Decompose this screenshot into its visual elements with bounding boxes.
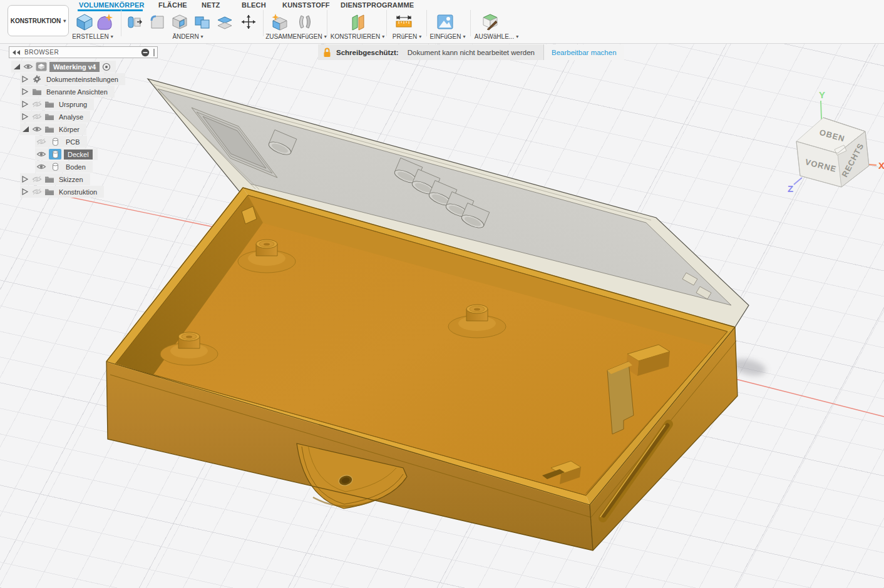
make-editable-link[interactable]: Bearbeitbar machen: [552, 49, 617, 56]
group-separator: [121, 10, 121, 36]
tree-item-label[interactable]: Skizzen: [57, 175, 85, 184]
tree-row-deckel[interactable]: Deckel: [9, 148, 98, 160]
browser-header[interactable]: BROWSER: [9, 46, 158, 58]
caret-icon: ▾: [419, 34, 421, 39]
tab-blech[interactable]: BLECH: [242, 1, 266, 9]
collapse-panel-icon[interactable]: [12, 49, 21, 56]
construction-label: KONSTRUKTION: [11, 18, 61, 24]
measure-icon[interactable]: [394, 13, 413, 31]
select-icon[interactable]: [481, 13, 500, 31]
tree-row-dokumenteinstellungen[interactable]: Dokumenteinstellungen: [9, 73, 125, 85]
x-axis: [869, 165, 876, 165]
visibility-off-eye-icon[interactable]: [32, 113, 42, 120]
group-auswaehlen[interactable]: AUSWäHLE...▾: [472, 33, 521, 40]
tab-flaeche[interactable]: FLÄCHE: [158, 1, 187, 9]
collapsed-triangle-icon[interactable]: [21, 176, 29, 183]
group-konstruieren[interactable]: KONSTRUIEREN▾: [331, 33, 384, 40]
insert-image-icon[interactable]: [436, 13, 455, 31]
tree-row-boden[interactable]: Boden: [9, 161, 93, 173]
browser-title: BROWSER: [24, 49, 137, 56]
activate-component-icon[interactable]: [102, 63, 111, 71]
tree-row-analyse[interactable]: Analyse: [9, 111, 90, 123]
tree-row-ursprung[interactable]: Ursprung: [9, 98, 94, 110]
tree-item-label[interactable]: Konstruktion: [57, 188, 99, 196]
group-separator: [327, 10, 327, 36]
folder-icon: [44, 125, 54, 133]
group-separator: [470, 10, 471, 36]
visibility-off-eye-icon[interactable]: [32, 188, 42, 195]
visibility-off-eye-icon[interactable]: [32, 176, 42, 183]
caret-icon: ▾: [382, 34, 384, 39]
collapsed-triangle-icon[interactable]: [21, 76, 29, 83]
caret-icon: ▾: [516, 34, 518, 39]
axis-label-x: X: [878, 160, 884, 171]
tree-row-koerper[interactable]: Körper: [9, 123, 86, 135]
construction-dropdown-button[interactable]: KONSTRUKTION ▾: [8, 5, 69, 36]
fusion-window: OBEN VORNE RECHTS Y X Z KONSTRUKTION ▾ V…: [0, 0, 884, 588]
visibility-off-eye-icon[interactable]: [32, 101, 42, 108]
ribbon-toolbar: KONSTRUKTION ▾ VOLUMENKÖRPER FLÄCHE NETZ…: [0, 0, 884, 44]
tree-item-label-selected[interactable]: Deckel: [64, 150, 93, 160]
combine-icon[interactable]: [193, 13, 212, 31]
tree-row-benannte-ansichten[interactable]: Benannte Ansichten: [9, 86, 115, 98]
axis-label-z: Z: [788, 183, 793, 194]
group-pruefen[interactable]: PRüFEN▾: [389, 33, 424, 40]
caret-icon: ▾: [111, 34, 113, 39]
group-zusammenfuegen[interactable]: ZUSAMMENFüGEN▾: [265, 33, 327, 40]
caret-icon: ▾: [463, 34, 466, 39]
readonly-title: Schreibgeschützt:: [336, 49, 399, 56]
expand-triangle-icon[interactable]: [13, 63, 21, 70]
tree-row-skizzen[interactable]: Skizzen: [9, 173, 90, 185]
body-icon: [51, 163, 59, 171]
tab-netz[interactable]: NETZ: [202, 1, 220, 9]
visibility-eye-icon[interactable]: [23, 63, 33, 70]
readonly-message-section: Schreibgeschützt: Dokument kann nicht be…: [318, 44, 543, 60]
tree-item-label[interactable]: Ursprung: [57, 100, 89, 109]
tree-item-label[interactable]: Boden: [64, 163, 88, 171]
collapsed-triangle-icon[interactable]: [21, 188, 29, 195]
tab-volumenkoerper[interactable]: VOLUMENKÖRPER: [79, 1, 145, 9]
tree-item-label[interactable]: Analyse: [57, 113, 85, 121]
shell-icon[interactable]: [170, 13, 189, 31]
collapsed-triangle-icon[interactable]: [21, 88, 29, 95]
tree-item-label[interactable]: Körper: [57, 125, 81, 134]
tab-kunststoff[interactable]: KUNSTSTOFF: [282, 1, 330, 9]
group-separator: [386, 10, 387, 36]
joint-icon[interactable]: [296, 13, 314, 31]
tree-row-konstruktion[interactable]: Konstruktion: [9, 186, 104, 198]
tab-dienstprogramme[interactable]: DIENSTPROGRAMME: [341, 1, 414, 9]
caret-icon: ▾: [324, 34, 327, 39]
group-aendern[interactable]: ÄNDERN▾: [162, 33, 214, 40]
visibility-eye-icon[interactable]: [36, 163, 46, 170]
browser-panel: BROWSER Waterking v4 Dokumenteinstellung…: [9, 46, 165, 198]
tree-row-root[interactable]: Waterking v4: [9, 61, 116, 73]
body-icon: [51, 138, 59, 146]
visibility-off-eye-icon[interactable]: [36, 138, 46, 145]
group-einfuegen[interactable]: EINFüGEN▾: [429, 33, 466, 40]
caret-icon: ▾: [201, 34, 203, 39]
body-icon: [51, 150, 59, 159]
construct-plane-icon[interactable]: [348, 13, 367, 31]
visibility-eye-icon[interactable]: [32, 126, 42, 133]
collapsed-triangle-icon[interactable]: [21, 113, 29, 120]
tree-item-label[interactable]: Dokumenteinstellungen: [44, 75, 120, 84]
viewcube[interactable]: OBEN VORNE RECHTS Y X Z: [776, 92, 884, 201]
visibility-eye-icon[interactable]: [36, 151, 46, 158]
root-component-label[interactable]: Waterking v4: [49, 62, 100, 72]
press-pull-icon[interactable]: [125, 13, 144, 31]
panel-resize-handle[interactable]: [153, 49, 155, 56]
new-solid-icon[interactable]: [75, 13, 94, 31]
tree-item-label[interactable]: Benannte Ansichten: [44, 88, 110, 96]
expand-triangle-icon[interactable]: [21, 126, 29, 133]
folder-icon: [44, 113, 54, 121]
tree-row-pcb[interactable]: PCB: [9, 136, 87, 148]
create-form-icon[interactable]: [95, 13, 114, 31]
tree-item-label[interactable]: PCB: [64, 138, 82, 146]
group-erstellen[interactable]: ERSTELLEN▾: [70, 33, 115, 40]
display-settings-icon[interactable]: [141, 48, 150, 57]
split-body-icon[interactable]: [215, 13, 234, 31]
move-icon[interactable]: [239, 13, 258, 31]
fillet-icon[interactable]: [148, 13, 167, 31]
join-icon[interactable]: [270, 13, 289, 31]
collapsed-triangle-icon[interactable]: [21, 101, 29, 108]
